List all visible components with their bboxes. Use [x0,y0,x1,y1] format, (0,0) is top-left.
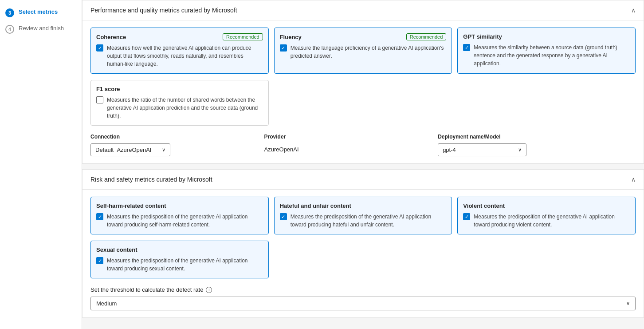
metric-card-sexual: Sexual content ✓ Measures the predisposi… [90,241,269,278]
provider-value: AzureOpenAI [264,143,429,155]
hateful-header: Hateful and unfair content [280,202,447,209]
f1-score-body: Measures the ratio of the number of shar… [96,96,263,120]
provider-label: Provider [264,134,429,140]
risk-section: Risk and safety metrics curated by Micro… [82,169,644,318]
metric-card-violent: Violent content ✓ Measures the predispos… [457,197,636,234]
sexual-title: Sexual content [96,246,137,253]
hateful-title: Hateful and unfair content [280,202,351,209]
fluency-header: Fluency Recommended [280,33,447,40]
coherence-recommended-badge: Recommended [223,33,263,40]
gpt-similarity-checkbox[interactable]: ✓ [463,44,470,51]
self-harm-header: Self-harm-related content [96,202,263,209]
sidebar-item-review-finish[interactable]: 4 Review and finish [0,21,82,37]
deployment-col: Deployment name/Model gpt-4 ∨ [429,134,636,156]
violent-header: Violent content [463,202,630,209]
performance-metrics-row1: Coherence Recommended ✓ Measures how wel… [90,28,636,74]
gpt-similarity-header: GPT similarity [463,33,630,40]
empty-slot-1 [274,80,452,126]
f1-score-description: Measures the ratio of the number of shar… [107,96,263,120]
coherence-title: Coherence [96,34,126,40]
fluency-checkbox[interactable]: ✓ [280,44,287,52]
connection-chevron-icon: ∨ [162,147,165,153]
sidebar-item-select-metrics-label: Select metrics [19,8,58,16]
step-3-circle: 3 [5,8,14,17]
sidebar-item-review-finish-label: Review and finish [19,24,64,32]
fluency-recommended-badge: Recommended [406,33,447,40]
sexual-body: ✓ Measures the predisposition of the gen… [96,257,263,273]
step-4-circle: 4 [5,25,14,34]
performance-section-title: Performance and quality metrics curated … [90,7,237,14]
deployment-label: Deployment name/Model [438,134,636,140]
violent-body: ✓ Measures the predisposition of the gen… [463,213,630,229]
provider-col: Provider AzureOpenAI [255,134,429,155]
fluency-description: Measure the language proficiency of a ge… [291,44,447,60]
deployment-chevron-icon: ∨ [518,147,522,153]
risk-section-header: Risk and safety metrics curated by Micro… [82,170,644,190]
risk-empty-slot-1 [274,241,452,278]
threshold-chevron-icon: ∨ [626,301,630,306]
risk-metrics-row1: Self-harm-related content ✓ Measures the… [90,197,636,234]
f1-score-title: F1 score [96,86,120,92]
risk-section-body: Self-harm-related content ✓ Measures the… [82,190,644,317]
metric-card-fluency: Fluency Recommended ✓ Measure the langua… [274,28,452,74]
threshold-label-row: Set the threshold to calculate the defec… [90,286,636,293]
self-harm-title: Self-harm-related content [96,202,166,209]
sexual-description: Measures the predisposition of the gener… [107,257,263,273]
threshold-value: Medium [96,300,117,307]
risk-chevron-icon[interactable]: ∧ [631,176,636,183]
coherence-checkbox[interactable]: ✓ [96,44,103,52]
f1-score-header: F1 score [96,86,263,92]
sidebar-item-select-metrics[interactable]: 3 Select metrics [0,4,82,21]
coherence-body: ✓ Measures how well the generative AI ap… [96,44,263,68]
threshold-section: Set the threshold to calculate the defec… [90,286,636,310]
fluency-title: Fluency [280,34,302,40]
hateful-description: Measures the predisposition of the gener… [291,213,447,229]
self-harm-checkbox[interactable]: ✓ [96,213,103,220]
gpt-similarity-description: Measures the similarity between a source… [474,44,630,67]
hateful-checkbox[interactable]: ✓ [280,213,287,220]
empty-slot-2 [457,80,636,126]
sexual-checkbox[interactable]: ✓ [96,257,103,264]
metric-card-f1-score: F1 score Measures the ratio of the numbe… [90,80,269,126]
sidebar: 3 Select metrics 4 Review and finish [0,0,82,329]
connection-row: Connection Default_AzureOpenAI ∨ Provide… [90,134,636,156]
performance-section: Performance and quality metrics curated … [82,0,644,164]
coherence-header: Coherence Recommended [96,33,263,40]
violent-title: Violent content [463,202,505,209]
metric-card-gpt-similarity: GPT similarity ✓ Measures the similarity… [457,28,636,74]
fluency-body: ✓ Measure the language proficiency of a … [280,44,447,60]
performance-chevron-icon[interactable]: ∧ [631,7,636,14]
gpt-similarity-body: ✓ Measures the similarity between a sour… [463,44,630,67]
main-content: Performance and quality metrics curated … [82,0,644,329]
connection-label: Connection [90,134,255,140]
metric-card-self-harm: Self-harm-related content ✓ Measures the… [90,197,269,234]
coherence-description: Measures how well the generative AI appl… [107,44,263,68]
risk-empty-slot-2 [457,241,636,278]
connection-value: Default_AzureOpenAI [95,147,151,153]
performance-section-body: Coherence Recommended ✓ Measures how wel… [82,20,644,163]
deployment-value: gpt-4 [443,147,456,153]
risk-metrics-row2: Sexual content ✓ Measures the predisposi… [90,241,636,278]
connection-dropdown[interactable]: Default_AzureOpenAI ∨ [90,143,170,156]
hateful-body: ✓ Measures the predisposition of the gen… [280,213,447,229]
gpt-similarity-title: GPT similarity [463,33,502,40]
violent-checkbox[interactable]: ✓ [463,213,470,220]
connection-col: Connection Default_AzureOpenAI ∨ [90,134,255,156]
sexual-header: Sexual content [96,246,263,253]
self-harm-body: ✓ Measures the predisposition of the gen… [96,213,263,229]
performance-metrics-row2: F1 score Measures the ratio of the numbe… [90,80,636,126]
violent-description: Measures the predisposition of the gener… [474,213,630,229]
performance-section-header: Performance and quality metrics curated … [82,0,644,20]
metric-card-coherence: Coherence Recommended ✓ Measures how wel… [90,28,269,74]
threshold-label-text: Set the threshold to calculate the defec… [90,286,203,293]
f1-score-checkbox[interactable] [96,96,103,103]
self-harm-description: Measures the predisposition of the gener… [107,213,263,229]
threshold-dropdown[interactable]: Medium ∨ [90,297,636,310]
risk-section-title: Risk and safety metrics curated by Micro… [90,176,212,183]
metric-card-hateful: Hateful and unfair content ✓ Measures th… [274,197,452,234]
threshold-info-icon[interactable]: i [206,287,212,293]
deployment-dropdown[interactable]: gpt-4 ∨ [438,143,526,156]
